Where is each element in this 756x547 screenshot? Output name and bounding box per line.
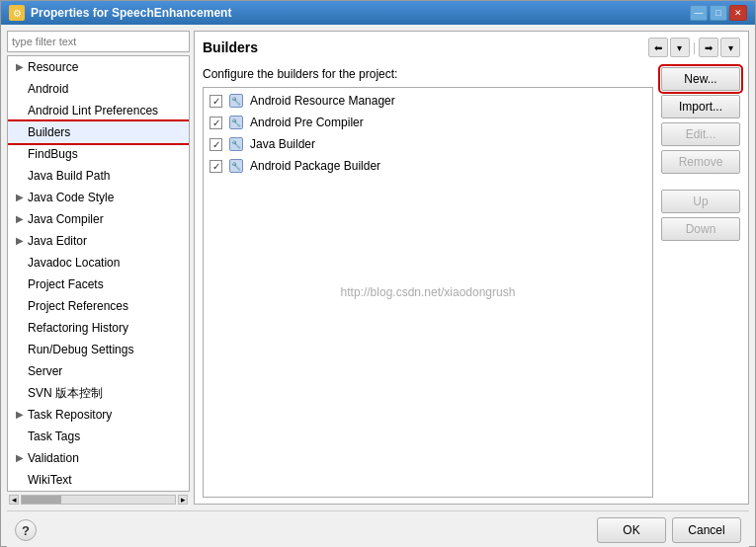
content-area: ▶Resource Android Android Lint Preferenc… — [1, 25, 755, 547]
tree-item-server[interactable]: Server — [8, 360, 189, 382]
tree-item-label: Java Code Style — [28, 189, 114, 206]
builder-item[interactable]: ✓🔧Java Builder — [206, 133, 650, 155]
builder-label: Android Package Builder — [250, 159, 380, 173]
tree-item-label: Java Build Path — [28, 167, 110, 185]
nav-dropdown-forward[interactable]: ▾ — [720, 38, 740, 57]
tree-item-wikitext[interactable]: WikiText — [8, 469, 189, 491]
builder-item[interactable]: ✓🔧Android Pre Compiler — [206, 112, 650, 133]
tree-item-run/debug-settings[interactable]: Run/Debug Settings — [8, 339, 189, 360]
right-header: Builders ⬅ ▾ | ➡ ▾ — [195, 32, 748, 61]
tree-item-label: Java Compiler — [28, 210, 104, 228]
tree-item-label: Task Tags — [28, 428, 80, 445]
scroll-right-button[interactable]: ▸ — [178, 495, 188, 505]
right-body: Configure the builders for the project: … — [195, 61, 748, 504]
main-area: ▶Resource Android Android Lint Preferenc… — [7, 31, 749, 505]
nav-arrows: ⬅ ▾ | ➡ ▾ — [648, 38, 740, 57]
help-button[interactable]: ? — [15, 519, 37, 541]
tree-item-android-lint-preferences[interactable]: Android Lint Preferences — [8, 100, 189, 121]
builder-item[interactable]: ✓🔧Android Package Builder — [206, 155, 650, 177]
tree-item-label: FindBugs — [28, 145, 78, 163]
builder-label: Java Builder — [250, 137, 315, 151]
builder-checkbox[interactable]: ✓ — [210, 117, 222, 129]
expand-arrow: ▶ — [16, 232, 26, 250]
builder-label: Android Resource Manager — [250, 94, 395, 108]
tree-item-label: Java Editor — [28, 232, 87, 250]
tree-item-java-compiler[interactable]: ▶Java Compiler — [8, 208, 189, 230]
title-bar-left: ⚙ Properties for SpeechEnhancement — [9, 5, 231, 21]
tree-item-java-code-style[interactable]: ▶Java Code Style — [8, 187, 189, 208]
tree-item-validation[interactable]: ▶Validation — [8, 447, 189, 469]
ok-button[interactable]: OK — [597, 517, 666, 543]
bottom-buttons: OK Cancel — [597, 517, 741, 543]
builder-checkbox[interactable]: ✓ — [210, 95, 222, 108]
title-bar: ⚙ Properties for SpeechEnhancement — □ ✕ — [1, 1, 755, 25]
builders-left: Configure the builders for the project: … — [203, 67, 653, 498]
tree-item-findbugs[interactable]: FindBugs — [8, 143, 189, 165]
properties-window: ⚙ Properties for SpeechEnhancement — □ ✕… — [0, 0, 756, 547]
tree-item-builders[interactable]: Builders — [8, 121, 189, 143]
tree-panel: ▶Resource Android Android Lint Preferenc… — [7, 55, 190, 492]
tree-item-javadoc-location[interactable]: Javadoc Location — [8, 252, 189, 274]
down-button[interactable]: Down — [661, 217, 740, 241]
title-buttons: — □ ✕ — [690, 5, 747, 21]
tree-item-task-repository[interactable]: ▶Task Repository — [8, 404, 189, 426]
tree-item-android[interactable]: Android — [8, 78, 189, 100]
edit-button[interactable]: Edit... — [661, 122, 740, 146]
tree-item-project-references[interactable]: Project References — [8, 295, 189, 317]
maximize-button[interactable]: □ — [710, 5, 727, 21]
tree-item-label: Android Lint Preferences — [28, 102, 158, 119]
remove-button[interactable]: Remove — [661, 150, 740, 174]
cancel-button[interactable]: Cancel — [672, 517, 741, 543]
tree-item-label: Refactoring History — [28, 319, 128, 337]
watermark-text: http://blog.csdn.net/xiaodongrush — [341, 285, 516, 299]
window-icon: ⚙ — [9, 5, 25, 21]
builder-checkbox[interactable]: ✓ — [210, 160, 222, 173]
right-panel: Builders ⬅ ▾ | ➡ ▾ Configure the builder… — [194, 31, 749, 505]
nav-forward-button[interactable]: ➡ — [699, 38, 718, 57]
tree-item-label: Task Repository — [28, 406, 112, 424]
tree-item-task-tags[interactable]: Task Tags — [8, 426, 189, 447]
scroll-left-button[interactable]: ◂ — [9, 495, 19, 505]
builder-label: Android Pre Compiler — [250, 116, 364, 129]
tree-item-label: Server — [28, 362, 62, 380]
filter-input[interactable] — [7, 31, 190, 52]
expand-arrow: ▶ — [16, 406, 26, 424]
scroll-area: ◂ ▸ — [7, 495, 190, 505]
window-title: Properties for SpeechEnhancement — [31, 6, 231, 20]
builder-icon: 🔧 — [228, 158, 244, 174]
builder-checkbox[interactable]: ✓ — [210, 138, 222, 151]
tree-item-label: WikiText — [28, 471, 72, 489]
panel-title: Builders — [203, 39, 258, 55]
tree-item-svn-版本控制[interactable]: SVN 版本控制 — [8, 382, 189, 404]
bottom-bar: ? OK Cancel — [7, 510, 749, 547]
expand-arrow: ▶ — [16, 210, 26, 228]
import-button[interactable]: Import... — [661, 95, 740, 118]
tree-item-label: Resource — [28, 58, 78, 76]
new-button[interactable]: New... — [661, 67, 740, 91]
nav-dropdown-back[interactable]: ▾ — [670, 38, 690, 57]
tree-item-refactoring-history[interactable]: Refactoring History — [8, 317, 189, 339]
builder-item[interactable]: ✓🔧Android Resource Manager — [206, 90, 650, 112]
tree-item-java-build-path[interactable]: Java Build Path — [8, 165, 189, 187]
tree-item-project-facets[interactable]: Project Facets — [8, 274, 189, 295]
builder-icon: 🔧 — [228, 93, 244, 109]
expand-arrow: ▶ — [16, 58, 26, 76]
tree-item-label: Project Facets — [28, 275, 104, 293]
tree-item-java-editor[interactable]: ▶Java Editor — [8, 230, 189, 252]
tree-item-label: Run/Debug Settings — [28, 341, 133, 358]
expand-arrow: ▶ — [16, 449, 26, 467]
tree-item-label: SVN 版本控制 — [28, 384, 103, 402]
tree-item-resource[interactable]: ▶Resource — [8, 56, 189, 78]
tree-item-label: Project References — [28, 297, 128, 315]
tree-item-label: Android — [28, 80, 68, 98]
tree-item-label: Validation — [28, 449, 79, 467]
left-panel: ▶Resource Android Android Lint Preferenc… — [7, 31, 190, 505]
tree-item-label: Javadoc Location — [28, 254, 120, 272]
expand-arrow: ▶ — [16, 189, 26, 206]
builder-icon: 🔧 — [228, 115, 244, 130]
config-text: Configure the builders for the project: — [203, 67, 653, 81]
minimize-button[interactable]: — — [690, 5, 708, 21]
close-button[interactable]: ✕ — [729, 5, 747, 21]
up-button[interactable]: Up — [661, 190, 740, 213]
nav-back-button[interactable]: ⬅ — [648, 38, 668, 57]
